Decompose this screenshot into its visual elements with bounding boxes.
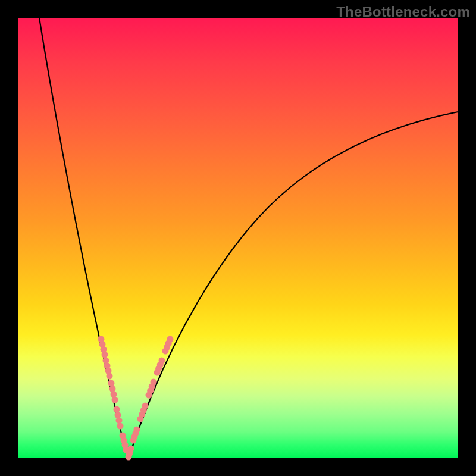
curve-bead	[134, 427, 140, 433]
curve-bead	[116, 417, 123, 424]
curve-bead	[109, 386, 116, 392]
curve-bead	[112, 397, 118, 403]
curve-bead	[128, 446, 134, 452]
curve-bead	[114, 406, 120, 413]
curve-bead	[115, 412, 121, 418]
chart-curve-layer	[18, 18, 458, 458]
chart-frame: TheBottleneck.com	[0, 0, 476, 476]
bottleneck-curve-path	[39, 18, 458, 458]
curve-bead	[151, 379, 157, 386]
curve-bead	[159, 358, 165, 364]
curve-bead	[117, 423, 124, 430]
curve-bead	[142, 403, 149, 409]
curve-bead	[102, 352, 108, 358]
curve-bead	[167, 336, 174, 343]
curve-bead	[107, 373, 113, 380]
curve-bead-group	[98, 336, 174, 461]
curve-bead	[108, 380, 115, 387]
watermark-text: TheBottleneck.com	[336, 4, 470, 20]
curve-bead	[111, 391, 117, 397]
